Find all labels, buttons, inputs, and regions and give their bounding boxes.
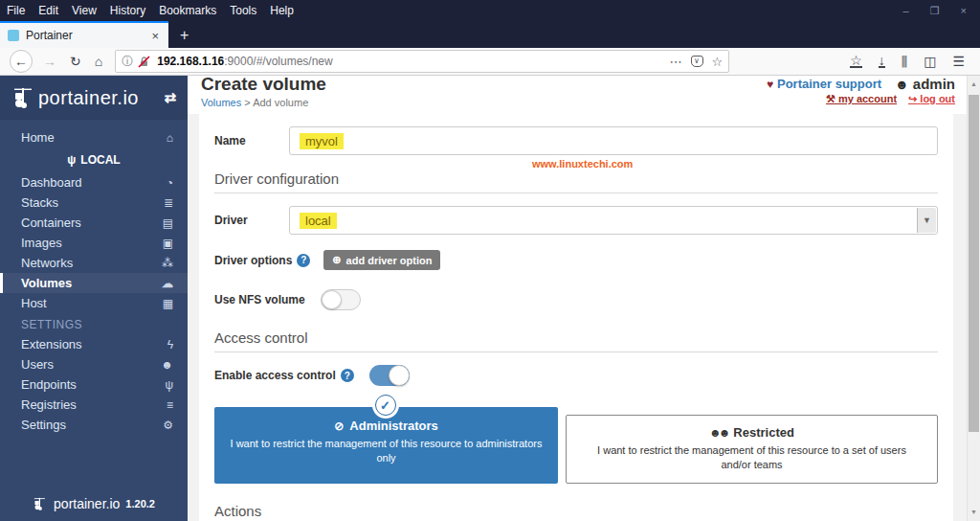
create-volume-form: Name myvol www.linuxtechi.com Driver con… [199, 114, 953, 521]
home-icon[interactable]: ⌂ [88, 49, 109, 74]
ownership-restricted-option[interactable]: ☻☻ Restricted I want to restrict the man… [566, 415, 938, 484]
menu-tools[interactable]: Tools [223, 0, 263, 21]
menu-history[interactable]: History [103, 0, 152, 21]
browser-navbar: ← → ↻ ⌂ ⓘ 192.168.1.16:9000/#/volumes/ne… [0, 48, 980, 76]
sidebar-item-images[interactable]: Images ▣ [0, 233, 188, 253]
portainer-support-link[interactable]: ♥ Portainer support [767, 77, 881, 91]
sidebar-item-host[interactable]: Host ▦ [0, 293, 188, 313]
page-actions-icon[interactable]: ⋯ [670, 55, 682, 69]
scroll-up-icon[interactable]: ▲ [968, 78, 980, 91]
sidebar-item-containers[interactable]: Containers ▤ [0, 213, 188, 233]
pocket-icon[interactable]: ∨ [691, 56, 703, 67]
driver-value: local [300, 213, 337, 229]
toggle-knob [322, 290, 342, 309]
sidebar-item-endpoints[interactable]: Endpoints ψ [0, 374, 188, 395]
minimize-icon[interactable]: – [903, 5, 909, 16]
insecure-padlock-icon [138, 56, 150, 68]
breadcrumb-volumes-link[interactable]: Volumes [201, 97, 241, 108]
close-icon[interactable]: × [961, 5, 967, 16]
menu-view[interactable]: View [65, 0, 103, 21]
toggle-knob [389, 365, 410, 386]
reload-icon[interactable]: ↻ [63, 49, 88, 74]
sidebar-item-registries[interactable]: Registries ≡ [0, 395, 188, 415]
tab-portainer[interactable]: Portainer × [0, 21, 168, 48]
add-driver-option-button[interactable]: ⊕ add driver option [323, 250, 440, 270]
sidebar-item-extensions[interactable]: Extensions ϟ [0, 334, 188, 354]
back-icon[interactable]: ← [10, 50, 33, 73]
restore-icon[interactable]: ❐ [930, 5, 940, 17]
new-tab-button[interactable]: + [168, 23, 200, 48]
forward-icon[interactable]: → [36, 49, 63, 74]
sidebar-item-settings[interactable]: Settings ⚙ [0, 415, 188, 435]
driver-configuration-header: Driver configuration [214, 170, 938, 193]
sidebar-endpoint-local[interactable]: ψ LOCAL [0, 149, 188, 170]
menu-edit[interactable]: Edit [32, 0, 65, 21]
plug-icon: ψ [165, 378, 173, 392]
url-bar[interactable]: ⓘ 192.168.1.16:9000/#/volumes/new ⋯ ∨ ☆ [115, 50, 729, 73]
sitemap-icon: ⁂ [162, 257, 173, 270]
access-control-toggle[interactable] [369, 365, 410, 386]
my-account-link[interactable]: ⚒ my account [826, 93, 897, 105]
check-circle-icon: ✓ [375, 395, 396, 416]
page-scrollbar[interactable]: ▲ ▼ [967, 76, 980, 521]
wrench-icon: ⚒ [826, 93, 835, 104]
watermark-text: www.linuxtechi.com [532, 158, 633, 170]
portainer-logo-icon [11, 85, 36, 110]
nfs-toggle[interactable] [321, 289, 361, 310]
sidebar-item-stacks[interactable]: Stacks ≣ [0, 193, 188, 213]
plug-icon: ψ [67, 153, 76, 167]
grid-icon: ▦ [163, 297, 173, 310]
user-circle-icon: ☻ [895, 77, 909, 92]
site-info-icon[interactable]: ⓘ [122, 54, 133, 70]
heart-icon: ♥ [767, 78, 773, 91]
scrollbar-thumb[interactable] [969, 95, 979, 432]
ownership-administrators-option[interactable]: ✓ ⊘ Administrators I want to restrict th… [214, 407, 558, 484]
footer-brand: portainer.io [54, 496, 120, 511]
header-user-area: ♥ Portainer support ☻ admin ⚒ my account… [767, 76, 955, 105]
plus-circle-icon: ⊕ [332, 254, 341, 266]
driver-select[interactable]: local ▼ [289, 206, 938, 235]
access-control-header: Access control [214, 329, 938, 352]
menu-help[interactable]: Help [263, 0, 301, 21]
bolt-icon: ϟ [167, 338, 173, 351]
list-icon: ≣ [164, 196, 173, 210]
sidebar-item-volumes[interactable]: Volumes ☁ [0, 273, 188, 293]
menu-file[interactable]: File [0, 0, 32, 21]
name-input[interactable]: myvol [289, 126, 938, 155]
footer-version: 1.20.2 [125, 498, 155, 510]
enable-access-row: Enable access control ? [214, 365, 938, 386]
sidebar-toggle-icon[interactable]: ◫ [924, 54, 936, 69]
ownership-options: ✓ ⊘ Administrators I want to restrict th… [214, 407, 938, 484]
sidebar-brand[interactable]: portainer.io [38, 87, 139, 109]
portainer-logo-icon [33, 496, 48, 511]
nfs-row: Use NFS volume [214, 289, 938, 310]
url-text[interactable]: 192.168.1.16:9000/#/volumes/new [157, 55, 669, 68]
server-icon: ▤ [163, 216, 173, 230]
sidebar-item-home[interactable]: Home ⌂ [0, 127, 188, 147]
sidebar-settings-header: SETTINGS [0, 315, 188, 334]
help-icon[interactable]: ? [297, 254, 310, 267]
sidebar-item-networks[interactable]: Networks ⁂ [0, 253, 188, 273]
library-icon[interactable]: ⫼ [902, 54, 907, 70]
user-menu[interactable]: ☻ admin [895, 76, 955, 92]
bookmark-star-icon[interactable]: ☆ [712, 55, 724, 69]
layers-icon: ▣ [163, 237, 173, 250]
users-icon: ☻ [161, 358, 173, 372]
sidebar-collapse-icon[interactable]: ⇄ [164, 89, 176, 106]
downloads-icon[interactable]: ↓ [879, 55, 885, 68]
log-out-link[interactable]: ↪ log out [908, 93, 955, 105]
driver-label: Driver [214, 214, 289, 227]
tab-close-icon[interactable]: × [149, 29, 161, 43]
bookmarks-star-tray-icon[interactable]: ☆ [850, 55, 862, 68]
sidebar-item-dashboard[interactable]: Dashboard ◔ [0, 172, 188, 193]
chevron-down-icon[interactable]: ▼ [917, 208, 936, 233]
menu-bookmarks[interactable]: Bookmarks [152, 0, 223, 21]
users-icon: ☻☻ [709, 426, 727, 440]
scroll-down-icon[interactable]: ▼ [968, 506, 980, 519]
hamburger-menu-icon[interactable]: ☰ [952, 54, 965, 69]
help-icon[interactable]: ? [341, 369, 354, 382]
driver-options-row: Driver options ? ⊕ add driver option [214, 250, 938, 270]
sidebar-item-users[interactable]: Users ☻ [0, 354, 188, 374]
name-value: myvol [300, 133, 344, 149]
nfs-label: Use NFS volume [214, 293, 305, 306]
